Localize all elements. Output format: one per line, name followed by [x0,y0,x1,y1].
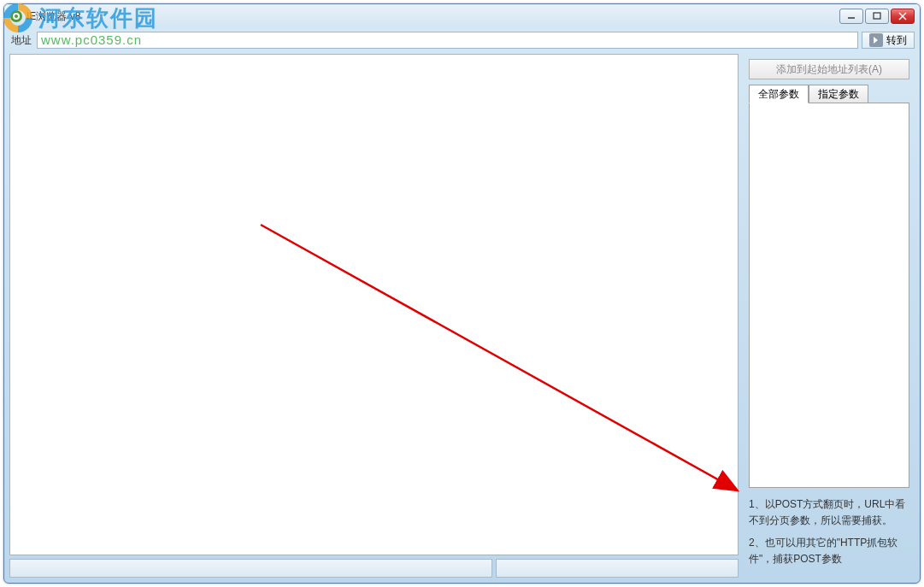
window-controls [839,9,915,24]
address-bar: 地址 转到 [9,30,915,50]
main-panel [9,54,739,578]
maximize-button[interactable] [865,9,889,24]
app-window: IE浏览器 v8 地址 转到 [3,3,921,584]
tab-all-params[interactable]: 全部参数 [749,85,809,103]
status-bar [9,559,739,578]
add-to-startlist-button[interactable]: 添加到起始地址列表(A) [749,59,909,79]
go-label: 转到 [886,33,907,48]
hint-line-2: 2、也可以用其它的"HTTP抓包软件"，捕获POST参数 [749,535,909,567]
tab-specified-params[interactable]: 指定参数 [809,85,868,103]
titlebar[interactable]: IE浏览器 v8 [4,4,920,28]
content-area: 添加到起始地址列表(A) 全部参数 指定参数 1、以POST方式翻页时，URL中… [9,54,915,578]
close-button[interactable] [891,9,915,24]
go-button[interactable]: 转到 [862,32,915,49]
status-right-panel [496,559,739,578]
address-label: 地址 [9,33,33,48]
minimize-button[interactable] [839,9,863,24]
app-icon [9,9,23,23]
go-arrow-icon [869,33,883,47]
address-input[interactable] [37,32,858,49]
svg-point-2 [15,15,18,18]
svg-rect-4 [874,13,880,19]
params-tabs: 全部参数 指定参数 [749,85,909,488]
params-list[interactable] [749,103,909,488]
browser-viewport[interactable] [9,54,739,555]
status-left-panel [9,559,492,578]
window-title: IE浏览器 v8 [26,9,839,24]
hint-line-1: 1、以POST方式翻页时，URL中看不到分页参数，所以需要捕获。 [749,496,909,529]
side-panel: 添加到起始地址列表(A) 全部参数 指定参数 1、以POST方式翻页时，URL中… [744,54,915,578]
tabs-header: 全部参数 指定参数 [749,85,909,103]
hint-text: 1、以POST方式翻页时，URL中看不到分页参数，所以需要捕获。 2、也可以用其… [749,496,909,572]
